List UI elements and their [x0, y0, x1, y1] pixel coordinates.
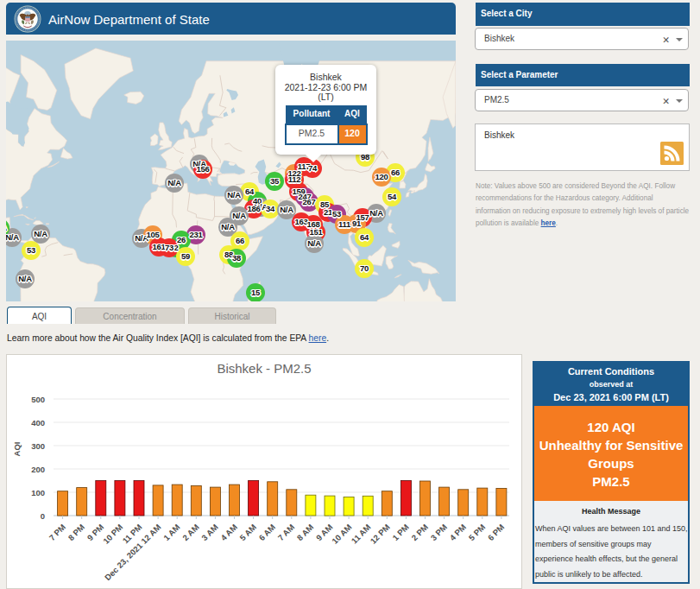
- svg-text:5 PM: 5 PM: [467, 522, 488, 543]
- svg-text:500: 500: [31, 395, 45, 404]
- svg-text:4 PM: 4 PM: [448, 522, 469, 543]
- svg-text:3 PM: 3 PM: [429, 522, 450, 543]
- svg-text:11 AM: 11 AM: [350, 522, 373, 546]
- svg-text:Bishkek - PM2.5: Bishkek - PM2.5: [217, 361, 311, 376]
- svg-text:1 PM: 1 PM: [390, 522, 411, 543]
- svg-text:10 AM: 10 AM: [330, 522, 353, 546]
- svg-text:10 PM: 10 PM: [101, 522, 124, 546]
- svg-text:5 AM: 5 AM: [237, 522, 258, 543]
- svg-text:4 AM: 4 AM: [218, 522, 239, 543]
- svg-text:8 AM: 8 AM: [295, 522, 316, 543]
- svg-text:7 AM: 7 AM: [276, 522, 297, 543]
- svg-text:12 PM: 12 PM: [369, 522, 392, 546]
- svg-text:1 AM: 1 AM: [161, 522, 182, 543]
- svg-text:8 PM: 8 PM: [66, 522, 87, 543]
- svg-text:6 AM: 6 AM: [257, 522, 278, 543]
- svg-text:7 PM: 7 PM: [47, 522, 68, 543]
- svg-text:300: 300: [31, 441, 45, 451]
- svg-text:AQI: AQI: [12, 442, 22, 457]
- svg-text:100: 100: [31, 488, 45, 497]
- svg-text:200: 200: [31, 465, 45, 474]
- svg-text:2 AM: 2 AM: [180, 522, 201, 543]
- svg-text:6 PM: 6 PM: [486, 522, 507, 543]
- svg-text:2 PM: 2 PM: [409, 522, 430, 543]
- svg-text:400: 400: [31, 418, 45, 428]
- svg-text:3 AM: 3 AM: [199, 522, 220, 543]
- svg-text:0: 0: [41, 511, 45, 521]
